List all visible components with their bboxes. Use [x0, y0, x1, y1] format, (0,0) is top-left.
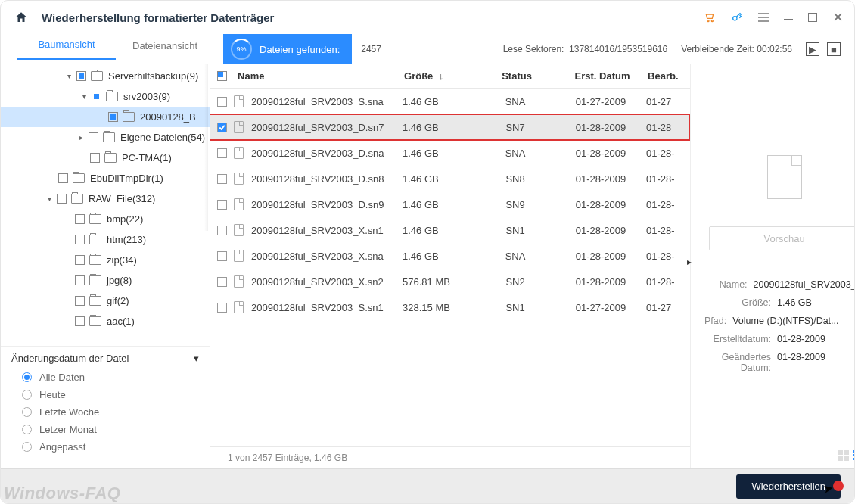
row-checkbox[interactable] [217, 226, 227, 235]
tree-node-htm[interactable]: htm(213) [1, 229, 210, 250]
file-icon [234, 95, 244, 107]
window-title: Wiederherstellung formatierter Datenträg… [42, 11, 704, 24]
progress-ring-icon: 9% [231, 39, 252, 60]
tree-node-eigene-dateien[interactable]: ▸Eigene Dateien(54) [1, 127, 210, 148]
preview-button[interactable]: Vorschau [709, 226, 855, 250]
close-button[interactable]: ✕ [832, 13, 844, 22]
sectors-label: Lese Sektoren: 137814016/1953519616 [503, 44, 668, 54]
row-checkbox[interactable] [217, 148, 227, 158]
column-created[interactable]: Erst. Datum [557, 70, 648, 82]
meta-size-label: Größe: [704, 297, 771, 308]
tab-tree-view[interactable]: Baumansicht [17, 39, 116, 60]
table-body: 20090128ful_SRV2003_S.sna1.46 GBSNA01-27… [210, 89, 690, 446]
play-button[interactable]: ▶ [806, 42, 819, 56]
row-checkbox[interactable] [217, 97, 227, 107]
tree-node-aac[interactable]: aac(1) [1, 311, 210, 331]
filter-all[interactable]: Alle Daten [22, 372, 199, 383]
tree-node-pc-tma[interactable]: PC-TMA(1) [1, 148, 210, 168]
file-icon [234, 224, 244, 236]
filter-panel: Änderungsdatum der Datei▾ Alle Daten Heu… [1, 346, 210, 468]
cart-icon[interactable] [704, 11, 716, 23]
table-row[interactable]: 20090128ful_SRV2003_X.sn2576.81 MBSN201-… [210, 269, 690, 294]
table-row[interactable]: 20090128ful_SRV2003_D.sn71.46 GBSN701-28… [210, 114, 690, 140]
file-icon [234, 121, 244, 133]
scroll-right-icon[interactable]: ▸ [687, 257, 692, 267]
row-checkbox[interactable] [217, 303, 227, 313]
table-row[interactable]: 20090128ful_SRV2003_D.sna1.46 GBSNA01-28… [210, 140, 690, 166]
tree-node-gif[interactable]: gif(2) [1, 291, 210, 311]
table-row[interactable]: 20090128ful_SRV2003_D.sn91.46 GBSN901-28… [210, 191, 690, 217]
key-icon[interactable] [731, 11, 743, 23]
row-checkbox[interactable] [217, 251, 227, 261]
tree-node-raw-file[interactable]: ▾RAW_File(312) [1, 188, 210, 209]
tree-node-20090128-b[interactable]: 20090128_B [1, 107, 210, 127]
svg-point-2 [733, 17, 737, 20]
row-checkbox[interactable] [217, 200, 227, 210]
list-footer: 1 von 2457 Einträge, 1.46 GB [210, 446, 690, 468]
file-icon [234, 301, 244, 313]
meta-modified-value: 01-28-2009 [777, 352, 855, 373]
filter-title: Änderungsdatum der Datei [11, 353, 129, 364]
table-row[interactable]: 20090128ful_SRV2003_S.sn1328.15 MBSN101-… [210, 294, 690, 320]
home-icon[interactable] [14, 11, 28, 24]
row-checkbox[interactable] [217, 277, 227, 287]
meta-size-value: 1.46 GB [777, 297, 855, 308]
tab-file-view[interactable]: Dateienansicht [116, 40, 214, 59]
watermark: Windows-FAQ [4, 484, 120, 503]
main-area: ▾Serverhilfsbackup(9) ▾srv2003(9) 200901… [1, 64, 854, 468]
table-row[interactable]: 20090128ful_SRV2003_S.sna1.46 GBSNA01-27… [210, 89, 690, 114]
minimize-button[interactable] [784, 19, 793, 20]
tree-node-serverhilfsbackup[interactable]: ▾Serverhilfsbackup(9) [1, 66, 210, 86]
filter-today[interactable]: Heute [22, 389, 199, 400]
file-icon [234, 173, 244, 185]
column-status[interactable]: Status [477, 70, 557, 82]
file-icon [234, 250, 244, 262]
tree-node-ebudlltmpdir[interactable]: EbuDllTmpDir(1) [1, 168, 210, 188]
file-icon [234, 198, 244, 210]
stop-button[interactable]: ■ [827, 42, 841, 56]
file-icon [234, 147, 244, 159]
tabs-row: Baumansicht Dateienansicht 9% Dateien ge… [1, 34, 854, 64]
meta-name-value: 20090128ful_SRV2003_... [754, 279, 855, 290]
file-icon [234, 275, 244, 288]
column-size[interactable]: Größe ↓ [404, 70, 477, 82]
menu-icon[interactable] [758, 13, 769, 22]
files-found-label: Dateien gefunden: [260, 44, 340, 55]
grid-view-icon[interactable] [838, 450, 849, 461]
badge-dot-icon [833, 481, 844, 491]
folder-tree[interactable]: ▾Serverhilfsbackup(9) ▾srv2003(9) 200901… [1, 64, 210, 346]
recover-button[interactable]: Wiederherstellen ➤ [736, 474, 841, 499]
meta-created-label: Erstelltdatum: [704, 334, 771, 344]
svg-point-0 [707, 20, 709, 22]
file-list-panel: Name Größe ↓ Status Erst. Datum Bearb. 2… [210, 64, 690, 468]
column-modified[interactable]: Bearb. [648, 70, 690, 82]
column-name[interactable]: Name [235, 70, 404, 82]
maximize-button[interactable] [808, 13, 817, 22]
table-row[interactable]: 20090128ful_SRV2003_D.sn81.46 GBSN801-28… [210, 166, 690, 191]
row-checkbox[interactable] [217, 123, 227, 132]
table-row[interactable]: 20090128ful_SRV2003_X.sn11.46 GBSN101-28… [210, 217, 690, 243]
table-row[interactable]: 20090128ful_SRV2003_X.sna1.46 GBSNA01-28… [210, 243, 690, 269]
tree-node-srv2003[interactable]: ▾srv2003(9) [1, 86, 210, 107]
scan-progress: 9% Dateien gefunden: [223, 34, 352, 64]
select-all-checkbox[interactable] [217, 71, 227, 81]
title-bar: Wiederherstellung formatierter Datenträg… [1, 1, 854, 34]
filter-last-month[interactable]: Letzer Monat [22, 424, 199, 435]
filter-last-week[interactable]: Letzte Woche [22, 406, 199, 418]
tree-node-bmp[interactable]: bmp(22) [1, 209, 210, 229]
filter-custom[interactable]: Angepasst [22, 441, 199, 453]
tree-node-jpg[interactable]: jpg(8) [1, 270, 210, 291]
meta-name-label: Name: [704, 279, 748, 290]
row-checkbox[interactable] [217, 174, 227, 184]
preview-panel: Vorschau Name:20090128ful_SRV2003_... Gr… [690, 64, 855, 468]
files-found-count: 2457 [361, 44, 381, 54]
footer-bar: Windows-FAQ Wiederherstellen ➤ [1, 468, 854, 503]
svg-point-1 [711, 20, 713, 22]
table-header: Name Größe ↓ Status Erst. Datum Bearb. [210, 64, 690, 89]
preview-placeholder-icon [767, 155, 802, 199]
meta-created-value: 01-28-2009 [777, 334, 855, 344]
chevron-down-icon[interactable]: ▾ [194, 353, 199, 364]
sidebar: ▾Serverhilfsbackup(9) ▾srv2003(9) 200901… [1, 64, 210, 468]
remaining-time: Verbleibende Zeit: 00:02:56 [681, 44, 792, 54]
tree-node-zip[interactable]: zip(34) [1, 250, 210, 270]
